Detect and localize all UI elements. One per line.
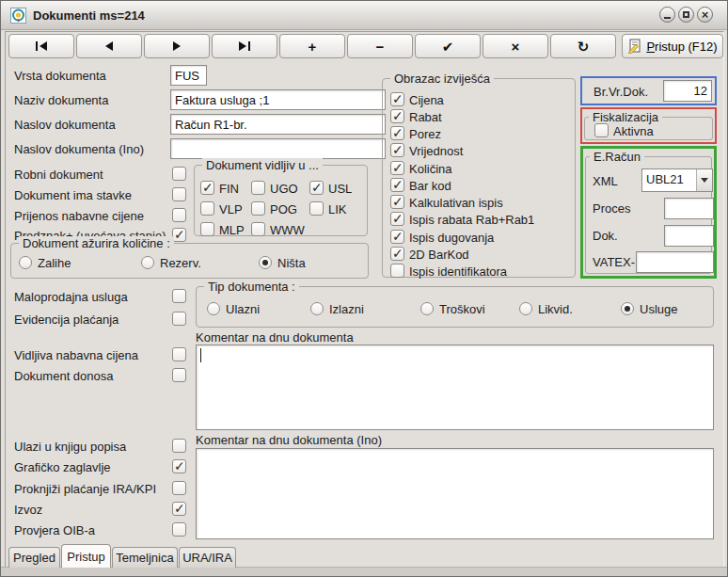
lik-checkbox[interactable] — [309, 201, 324, 216]
knjiga-popisa-label: Ulazi u knjigu popisa — [14, 440, 126, 454]
xml-dropdown[interactable]: UBL21 — [641, 168, 713, 192]
aktivna-checkbox[interactable] — [594, 123, 609, 137]
previous-record-icon — [105, 41, 113, 51]
xml-label: XML — [593, 174, 618, 188]
kolicina-checkbox[interactable] — [390, 161, 404, 175]
izvoz-checkbox[interactable] — [172, 502, 186, 516]
komentar-ino-textarea[interactable] — [196, 448, 714, 539]
fiskalizacija-group: Fiskalizacija Aktivna — [584, 117, 713, 140]
tab-pristup[interactable]: Pristup — [61, 544, 111, 568]
fiskalizacija-box: Fiskalizacija Aktivna — [580, 107, 717, 144]
proknjizi-checkbox[interactable] — [172, 481, 186, 495]
evidencija-checkbox[interactable] — [172, 312, 186, 326]
vidljiva-cijena-label: Vidljiva nabavna cijena — [14, 348, 138, 362]
tab-ura-ira[interactable]: URA/IRA — [179, 547, 236, 568]
vrsta-input[interactable] — [170, 65, 207, 86]
maloprodajna-checkbox[interactable] — [172, 289, 186, 303]
dokument-donosa-checkbox[interactable] — [172, 368, 186, 382]
naziv-input[interactable] — [170, 89, 386, 110]
likvid-label: Likvid. — [538, 302, 573, 316]
close-button[interactable]: × — [697, 7, 713, 23]
ispis-rabata-checkbox[interactable] — [390, 212, 404, 226]
dropdown-arrow-icon[interactable] — [696, 169, 712, 191]
izlazni-label: Izlazni — [329, 302, 364, 316]
knjiga-popisa-checkbox[interactable] — [172, 439, 186, 453]
ulazni-radio[interactable] — [207, 302, 220, 315]
cancel-button[interactable]: × — [483, 34, 548, 58]
rezerv-radio[interactable] — [141, 256, 154, 269]
graficko-zaglavlje-checkbox[interactable] — [172, 459, 186, 473]
ispis-rabata-label: Ispis rabata Rab+Rab1 — [409, 213, 534, 227]
first-record-button[interactable] — [8, 34, 74, 58]
maloprodajna-label: Maloprodajna usluga — [14, 290, 128, 304]
edit-document-icon — [627, 39, 642, 54]
naslov-ino-input[interactable] — [170, 138, 386, 159]
vatex-input[interactable] — [636, 251, 714, 273]
vrijednost-checkbox[interactable] — [390, 143, 404, 157]
previous-record-button[interactable] — [76, 34, 142, 58]
komentar-textarea[interactable] — [196, 345, 714, 430]
add-record-button[interactable]: + — [279, 34, 345, 58]
naslov-input[interactable] — [170, 114, 386, 135]
rabat-label: Rabat — [409, 110, 442, 124]
cijena-checkbox[interactable] — [390, 92, 404, 106]
rabat-checkbox[interactable] — [390, 109, 404, 123]
titlebar: Dokumenti ms=214 × — [1, 1, 728, 30]
barkod-2d-checkbox[interactable] — [390, 247, 404, 261]
usluge-radio[interactable] — [621, 302, 634, 315]
barkod-label: Bar kod — [409, 179, 451, 193]
ima-stavke-checkbox[interactable] — [172, 187, 186, 201]
provjera-oib-checkbox[interactable] — [172, 522, 186, 537]
tab-temeljnica[interactable]: Temeljnica — [112, 547, 178, 568]
tab-pregled[interactable]: Pregled — [8, 547, 60, 568]
likvid-radio[interactable] — [519, 302, 532, 315]
zalihe-radio[interactable] — [19, 256, 32, 269]
porez-label: Porez — [409, 127, 441, 141]
xml-value: UBL21 — [646, 172, 684, 186]
ispis-identifikatora-checkbox[interactable] — [390, 264, 404, 278]
predznak-checkbox[interactable] — [172, 228, 186, 242]
nista-radio[interactable] — [259, 256, 272, 269]
porez-checkbox[interactable] — [390, 126, 404, 140]
dokument-donosa-label: Dokument donosa — [14, 369, 114, 383]
robni-dokument-checkbox[interactable] — [172, 167, 186, 181]
komentar-label: Komentar na dnu dokumenta — [196, 330, 354, 345]
ispis-dugovanja-checkbox[interactable] — [390, 230, 404, 244]
mlp-checkbox[interactable] — [200, 222, 214, 236]
evidencija-label: Evidencija plaćanja — [14, 313, 119, 327]
nista-label: Ništa — [277, 256, 306, 270]
prijenos-cijene-checkbox[interactable] — [172, 208, 186, 222]
izlazni-radio[interactable] — [310, 302, 324, 315]
troskovi-radio[interactable] — [420, 302, 434, 315]
kalkulativan-checkbox[interactable] — [390, 195, 404, 209]
remove-record-button[interactable]: − — [347, 34, 413, 58]
vidljiva-cijena-checkbox[interactable] — [172, 347, 186, 361]
vrsta-label: Vrsta dokumenta — [14, 69, 106, 83]
ugo-checkbox[interactable] — [251, 181, 265, 195]
www-label: WWW — [270, 223, 305, 237]
brvrdok-label: Br.Vr.Dok. — [593, 85, 648, 99]
brvrdok-input[interactable] — [663, 80, 712, 102]
proces-input[interactable] — [664, 198, 714, 219]
usl-checkbox[interactable] — [309, 181, 324, 195]
barkod-checkbox[interactable] — [390, 178, 404, 192]
refresh-icon: ↻ — [578, 40, 590, 54]
pog-checkbox[interactable] — [251, 201, 265, 216]
naziv-label: Naziv dokumenta — [14, 93, 108, 107]
www-checkbox[interactable] — [251, 222, 265, 236]
minimize-button[interactable] — [659, 7, 675, 23]
pristup-button[interactable]: Pristup (F12) — [622, 34, 723, 58]
kolicina-label: Količina — [409, 162, 452, 176]
next-record-button[interactable] — [144, 34, 210, 58]
fiskalizacija-title: Fiskalizacija — [589, 110, 662, 124]
maximize-button[interactable] — [678, 7, 694, 23]
confirm-button[interactable]: ✔ — [415, 34, 481, 58]
vlp-checkbox[interactable] — [200, 201, 214, 216]
fin-checkbox[interactable] — [200, 181, 214, 195]
azurira-group-title: Dokument ažurira količine : — [19, 236, 174, 250]
robni-dokument-label: Robni dokument — [14, 168, 103, 182]
kalkulativan-label: Kalkulativan ispis — [409, 196, 503, 210]
refresh-button[interactable]: ↻ — [550, 34, 616, 58]
dok-input[interactable] — [664, 225, 714, 247]
last-record-button[interactable] — [212, 34, 277, 58]
